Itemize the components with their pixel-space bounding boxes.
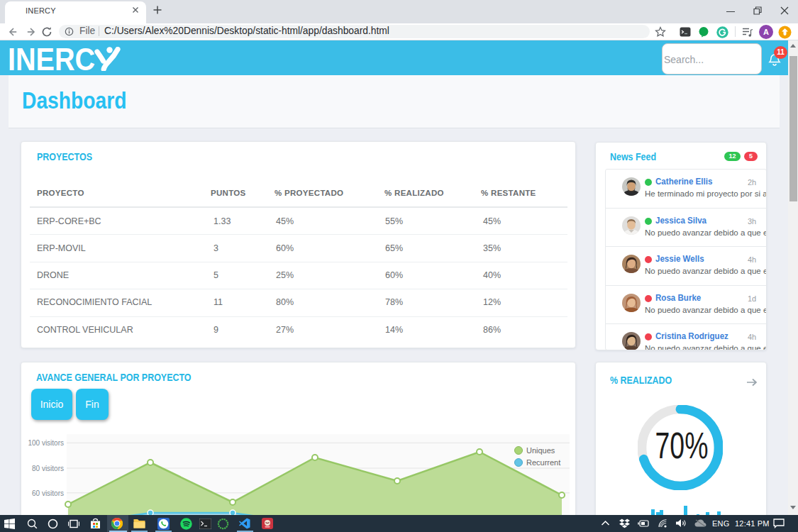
svg-text:60 visitors: 60 visitors [32,489,64,497]
svg-text:Uniques: Uniques [526,446,555,455]
svg-text:80 visitors: 80 visitors [32,465,64,472]
svg-text:100 visitors: 100 visitors [28,439,64,447]
svg-text:Recurrent: Recurrent [526,458,560,467]
